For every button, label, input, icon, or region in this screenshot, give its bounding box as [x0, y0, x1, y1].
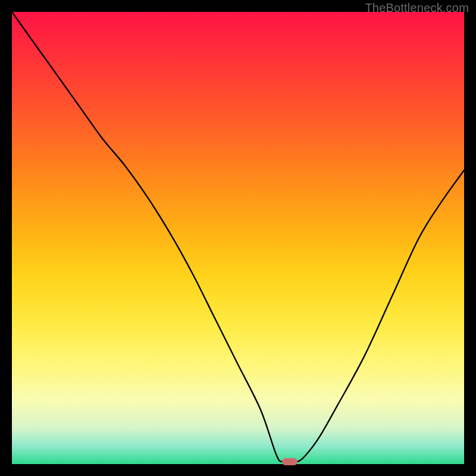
chart-frame: TheBottleneck.com [0, 0, 476, 476]
plot-area [12, 12, 464, 464]
bottleneck-curve [12, 12, 464, 464]
optimal-point-marker [282, 458, 298, 465]
